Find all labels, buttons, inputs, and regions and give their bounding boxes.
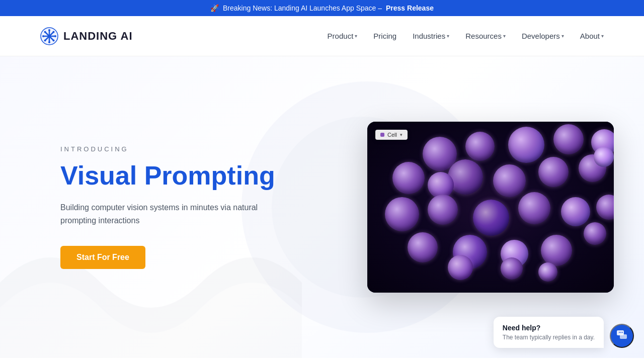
chat-widget: Need help? The team typically replies in…: [494, 317, 634, 348]
logo[interactable]: LANDING AI: [40, 27, 133, 45]
nav-item-resources[interactable]: Resources ▾: [465, 32, 506, 40]
chevron-down-icon: ▾: [503, 33, 506, 39]
logo-text: LANDING AI: [63, 30, 133, 43]
svg-point-6: [48, 41, 50, 43]
header: LANDING AI Product ▾ Pricing Industries …: [0, 16, 644, 56]
nav-item-pricing[interactable]: Pricing: [373, 32, 396, 40]
microscope-image: [367, 122, 614, 293]
announcement-bar: 🚀 Breaking News: Landing AI Launches App…: [0, 0, 644, 16]
label-dropdown-icon: ▾: [400, 132, 403, 137]
nav-item-developers[interactable]: Developers ▾: [522, 32, 564, 40]
nav-item-product[interactable]: Product ▾: [328, 32, 358, 40]
cell-label-text: Cell: [387, 132, 397, 138]
announcement-emoji: 🚀: [210, 4, 219, 12]
chat-bubble: Need help? The team typically replies in…: [494, 317, 604, 348]
announcement-link[interactable]: Press Release: [386, 4, 434, 12]
chat-bubble-subtitle: The team typically replies in a day.: [503, 334, 595, 341]
svg-rect-14: [620, 334, 627, 339]
svg-point-15: [619, 332, 620, 333]
svg-point-17: [622, 332, 623, 333]
svg-point-16: [620, 332, 621, 333]
hero-description: Building computer vision systems in minu…: [60, 201, 272, 228]
svg-point-8: [54, 35, 56, 37]
chat-icon: [616, 329, 628, 343]
svg-point-12: [44, 39, 46, 41]
logo-icon: [40, 27, 58, 45]
svg-point-11: [53, 31, 55, 33]
nav-item-industries[interactable]: Industries ▾: [413, 32, 449, 40]
nav-item-about[interactable]: About ▾: [580, 32, 604, 40]
hero-title: Visual Prompting: [60, 161, 275, 191]
cell-label-overlay: Cell ▾: [375, 130, 408, 140]
svg-point-5: [48, 29, 50, 31]
chat-bubble-title: Need help?: [503, 324, 595, 332]
hero-left-content: INTRODUCING Visual Prompting Building co…: [0, 145, 275, 269]
chevron-down-icon: ▾: [447, 33, 449, 39]
hero-section: INTRODUCING Visual Prompting Building co…: [0, 56, 644, 358]
hero-right-image: Cell ▾: [367, 122, 614, 293]
main-nav: Product ▾ Pricing Industries ▾ Resources…: [328, 32, 604, 40]
announcement-text: Breaking News: Landing AI Launches App S…: [223, 4, 382, 12]
chevron-down-icon: ▾: [601, 33, 604, 39]
svg-point-9: [44, 31, 46, 33]
label-color-dot: [380, 133, 384, 137]
chevron-down-icon: ▾: [561, 33, 564, 39]
start-for-free-button[interactable]: Start For Free: [60, 246, 145, 269]
svg-point-10: [53, 39, 55, 41]
chat-open-button[interactable]: [610, 324, 634, 348]
demo-image-frame: Cell ▾: [367, 122, 614, 293]
chevron-down-icon: ▾: [355, 33, 357, 39]
hero-tag: INTRODUCING: [60, 145, 275, 153]
svg-point-7: [42, 35, 44, 37]
